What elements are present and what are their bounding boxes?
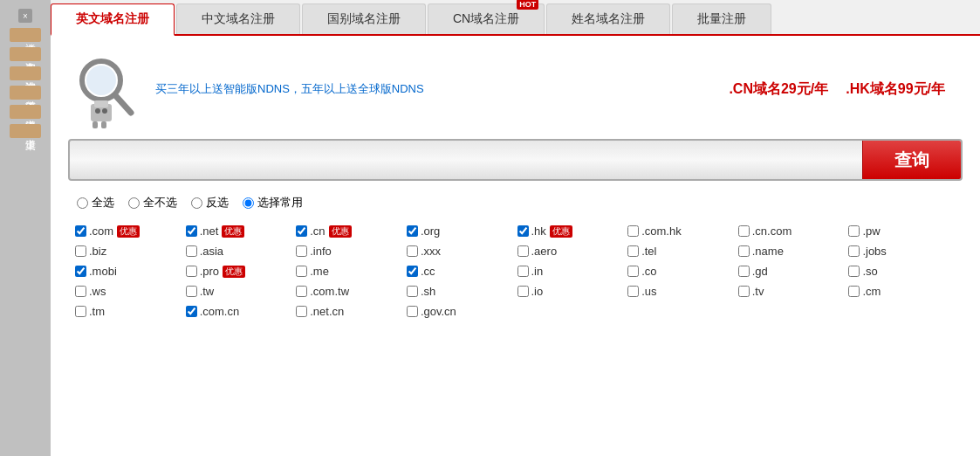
domain-checkbox-item[interactable]: .co <box>627 265 735 278</box>
domain-checkbox-hk[interactable] <box>517 225 529 237</box>
domain-checkbox-item[interactable]: .so <box>848 265 956 278</box>
domain-checkbox-mobi[interactable] <box>75 266 86 277</box>
domain-checkbox-tm[interactable] <box>75 306 86 317</box>
domain-checkbox-item[interactable]: .net优惠 <box>186 225 293 238</box>
domain-checkbox-item[interactable]: .in <box>517 265 625 278</box>
domain-ext-label: .mobi <box>89 265 117 278</box>
domain-checkbox-item[interactable]: .cn.com <box>738 225 846 238</box>
domain-checkbox-us[interactable] <box>627 286 639 297</box>
domain-checkbox-item[interactable]: .us <box>627 285 735 298</box>
radio-select-all-input[interactable] <box>77 197 88 209</box>
domain-checkbox-item[interactable]: .name <box>738 245 846 258</box>
domain-checkbox-item[interactable]: .ws <box>75 285 182 298</box>
domain-checkbox-jobs[interactable] <box>848 245 860 257</box>
radio-select-common-input[interactable] <box>243 197 254 209</box>
domain-checkbox-me[interactable] <box>296 266 307 277</box>
domain-checkbox-item[interactable]: .com.tw <box>296 285 403 298</box>
domain-checkbox-item[interactable]: .info <box>296 245 403 258</box>
domain-checkbox-item[interactable]: .biz <box>75 245 182 258</box>
sidebar-item-site-consult[interactable]: 站咨询 <box>10 66 41 80</box>
domain-checkbox-item[interactable]: .tel <box>627 245 735 258</box>
domain-ext-label: .tw <box>200 285 215 298</box>
domain-checkbox-cm[interactable] <box>848 286 860 297</box>
domain-checkbox-org[interactable] <box>407 225 418 237</box>
search-input[interactable] <box>70 141 862 179</box>
tab-batch[interactable]: 批量注册 <box>672 3 771 34</box>
svg-rect-7 <box>93 121 98 128</box>
domain-checkbox-item[interactable]: .xxx <box>407 245 514 258</box>
domain-checkbox-asia[interactable] <box>186 245 197 257</box>
domain-checkbox-item[interactable]: .jobs <box>848 245 956 258</box>
domain-checkbox-comcn[interactable] <box>186 306 197 317</box>
domain-checkbox-item[interactable]: .gov.cn <box>407 305 514 318</box>
domain-checkbox-gd[interactable] <box>738 266 750 277</box>
domain-checkbox-xxx[interactable] <box>407 245 418 257</box>
tab-surname[interactable]: 姓名域名注册 <box>546 3 670 34</box>
domain-checkbox-co[interactable] <box>627 266 639 277</box>
domain-checkbox-name[interactable] <box>738 245 750 257</box>
domain-checkbox-item[interactable]: .net.cn <box>296 305 403 318</box>
domain-checkbox-item[interactable]: .tv <box>738 285 846 298</box>
sidebar-item-channel3[interactable]: 卡渠道 <box>10 124 41 138</box>
domain-checkbox-sh[interactable] <box>407 286 418 297</box>
domain-checkbox-item[interactable]: .com.hk <box>627 225 735 238</box>
domain-checkbox-in[interactable] <box>517 266 529 277</box>
domain-checkbox-item[interactable]: .gd <box>738 265 846 278</box>
tab-country[interactable]: 国别域名注册 <box>302 3 426 34</box>
domain-checkbox-item[interactable]: .me <box>296 265 403 278</box>
sidebar-item-chat[interactable]: 交谈 <box>10 28 41 42</box>
domain-checkbox-item[interactable]: .cn优惠 <box>296 225 403 238</box>
domain-checkbox-item[interactable]: .cc <box>407 265 514 278</box>
domain-checkbox-item[interactable]: .sh <box>407 285 514 298</box>
domain-checkbox-tw[interactable] <box>186 286 197 297</box>
domain-checkbox-item[interactable]: .mobi <box>75 265 182 278</box>
sidebar-item-biz-consult[interactable]: 务咨询 <box>10 47 41 61</box>
domain-checkbox-item[interactable]: .io <box>517 285 625 298</box>
domain-checkbox-item[interactable]: .cm <box>848 285 956 298</box>
domain-checkbox-cn[interactable] <box>296 225 307 237</box>
domain-checkbox-pw[interactable] <box>848 225 860 237</box>
domain-checkbox-ws[interactable] <box>75 286 86 297</box>
domain-checkbox-item[interactable]: .tm <box>75 305 182 318</box>
domain-checkbox-cc[interactable] <box>407 266 418 277</box>
domain-checkbox-item[interactable]: .asia <box>186 245 293 258</box>
sidebar-item-channel2[interactable]: 中渠道 <box>10 105 41 119</box>
domain-checkbox-item[interactable]: .hk优惠 <box>517 225 625 238</box>
domain-checkbox-item[interactable]: .pro优惠 <box>186 265 293 278</box>
domain-checkbox-net[interactable] <box>186 225 197 237</box>
domain-checkbox-tv[interactable] <box>738 286 750 297</box>
domain-checkbox-item[interactable]: .tw <box>186 285 293 298</box>
domain-checkbox-item[interactable]: .com优惠 <box>75 225 182 238</box>
domain-checkbox-comtw[interactable] <box>296 286 307 297</box>
domain-checkbox-io[interactable] <box>517 286 529 297</box>
radio-invert-input[interactable] <box>191 197 202 209</box>
radio-invert[interactable]: 反选 <box>191 195 229 211</box>
radio-select-none-input[interactable] <box>128 197 140 209</box>
tab-cn[interactable]: CN域名注册 HOT <box>428 3 545 34</box>
domain-checkbox-info[interactable] <box>296 245 307 257</box>
domain-checkbox-pro[interactable] <box>186 266 197 277</box>
promo-link[interactable]: 买三年以上送智能版NDNS，五年以上送全球版NDNS <box>155 82 424 95</box>
domain-checkbox-item[interactable]: .pw <box>848 225 956 238</box>
domain-checkbox-govcn[interactable] <box>407 306 418 317</box>
domain-checkbox-comhk[interactable] <box>627 225 639 237</box>
radio-select-none[interactable]: 全不选 <box>128 195 177 211</box>
domain-ext-label: .hk <box>531 225 546 238</box>
tab-english[interactable]: 英文域名注册 <box>51 3 175 36</box>
domain-checkbox-cncom[interactable] <box>738 225 750 237</box>
sidebar-close-button[interactable]: × <box>18 9 32 23</box>
domain-checkbox-item[interactable]: .org <box>407 225 514 238</box>
domain-checkbox-so[interactable] <box>848 266 860 277</box>
domain-checkbox-item[interactable]: .aero <box>517 245 625 258</box>
domain-checkbox-tel[interactable] <box>627 245 639 257</box>
tab-chinese[interactable]: 中文域名注册 <box>176 3 300 34</box>
domain-checkbox-netcn[interactable] <box>296 306 307 317</box>
domain-checkbox-aero[interactable] <box>517 245 529 257</box>
radio-select-common[interactable]: 选择常用 <box>243 195 303 211</box>
domain-checkbox-com[interactable] <box>75 225 86 237</box>
radio-select-all[interactable]: 全选 <box>77 195 114 211</box>
search-button[interactable]: 查询 <box>862 141 961 179</box>
sidebar-item-channel1[interactable]: 首渠道 <box>10 86 41 100</box>
domain-checkbox-biz[interactable] <box>75 245 86 257</box>
domain-checkbox-item[interactable]: .com.cn <box>186 305 293 318</box>
